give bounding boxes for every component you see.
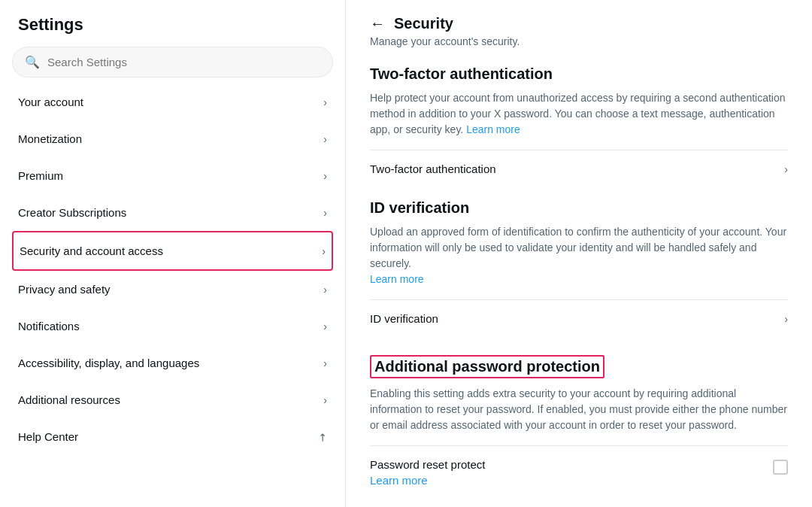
- sidebar-item-label-help-center: Help Center: [18, 430, 78, 443]
- content-title: Security: [394, 15, 453, 32]
- section-row-id-verification[interactable]: ID verification›: [370, 299, 788, 337]
- learn-more-link-id-verification[interactable]: Learn more: [370, 273, 424, 285]
- sidebar-item-label-accessibility-display-languages: Accessibility, display, and languages: [18, 357, 199, 369]
- sidebar-item-monetization[interactable]: Monetization›: [12, 120, 333, 157]
- content-header: ← Security: [370, 15, 788, 32]
- sidebar-item-creator-subscriptions[interactable]: Creator Subscriptions›: [12, 194, 333, 231]
- content-subtitle: Manage your account's security.: [370, 35, 788, 47]
- section-heading-two-factor-auth: Two-factor authentication: [370, 65, 788, 83]
- search-box[interactable]: 🔍: [12, 47, 333, 77]
- search-input[interactable]: [47, 56, 320, 68]
- sidebar-item-accessibility-display-languages[interactable]: Accessibility, display, and languages›: [12, 345, 333, 381]
- section-row-label-id-verification: ID verification: [370, 312, 438, 325]
- sidebar-item-label-additional-resources: Additional resources: [18, 393, 120, 406]
- section-additional-password-protection: Additional password protectionEnabling t…: [370, 349, 788, 493]
- sidebar-item-label-premium: Premium: [18, 169, 63, 182]
- section-row-label-two-factor-auth: Two-factor authentication: [370, 162, 496, 175]
- chevron-right-icon: ›: [323, 394, 327, 406]
- section-two-factor-auth: Two-factor authenticationHelp protect yo…: [370, 65, 788, 187]
- sidebar-item-label-security-account-access: Security and account access: [20, 244, 163, 257]
- sidebar-item-premium[interactable]: Premium›: [12, 157, 333, 194]
- sections-container: Two-factor authenticationHelp protect yo…: [370, 65, 788, 493]
- password-reset-label: Password reset protect: [370, 458, 764, 471]
- external-link-icon: ↗: [315, 430, 330, 445]
- chevron-right-icon: ›: [323, 133, 327, 145]
- password-reset-checkbox[interactable]: [773, 460, 788, 475]
- sidebar-item-additional-resources[interactable]: Additional resources›: [12, 381, 333, 418]
- sidebar-item-label-privacy-safety: Privacy and safety: [18, 283, 111, 296]
- chevron-right-icon: ›: [323, 170, 327, 182]
- chevron-right-icon: ›: [323, 320, 327, 332]
- main-content: ← Security Manage your account's securit…: [346, 0, 812, 507]
- chevron-right-icon: ›: [323, 207, 327, 219]
- chevron-right-icon: ›: [784, 163, 788, 175]
- sidebar-item-notifications[interactable]: Notifications›: [12, 308, 333, 345]
- settings-title: Settings: [12, 15, 333, 35]
- sidebar-item-label-notifications: Notifications: [18, 320, 80, 332]
- section-description-two-factor-auth: Help protect your account from unauthori…: [370, 90, 788, 138]
- section-description-additional-password-protection: Enabling this setting adds extra securit…: [370, 386, 788, 433]
- chevron-right-icon: ›: [323, 357, 327, 369]
- section-heading-id-verification: ID verification: [370, 199, 788, 217]
- back-button[interactable]: ←: [370, 15, 385, 32]
- chevron-right-icon: ›: [323, 284, 327, 296]
- chevron-right-icon: ›: [784, 313, 788, 325]
- section-description-id-verification: Upload an approved form of identificatio…: [370, 224, 788, 287]
- sidebar-item-label-creator-subscriptions: Creator Subscriptions: [18, 206, 126, 219]
- learn-more-link-two-factor[interactable]: Learn more: [466, 123, 520, 135]
- sidebar-item-security-account-access[interactable]: Security and account access›: [12, 231, 333, 271]
- chevron-right-icon: ›: [323, 96, 327, 108]
- sidebar-item-privacy-safety[interactable]: Privacy and safety›: [12, 271, 333, 308]
- section-heading-additional-password-protection: Additional password protection: [370, 355, 604, 378]
- section-id-verification: ID verificationUpload an approved form o…: [370, 199, 788, 337]
- password-reset-row[interactable]: Password reset protectLearn more: [370, 445, 788, 493]
- password-reset-info: Password reset protectLearn more: [370, 458, 764, 487]
- sidebar-item-help-center[interactable]: Help Center↗: [12, 418, 333, 455]
- sidebar-item-your-account[interactable]: Your account›: [12, 83, 333, 120]
- sidebar: Settings 🔍 Your account›Monetization›Pre…: [0, 0, 346, 507]
- learn-more-link-password[interactable]: Learn more: [370, 474, 428, 487]
- search-icon: 🔍: [25, 55, 40, 69]
- chevron-right-icon: ›: [322, 245, 326, 257]
- sidebar-nav: Your account›Monetization›Premium›Creato…: [12, 83, 333, 455]
- sidebar-item-label-your-account: Your account: [18, 96, 83, 108]
- section-row-two-factor-auth[interactable]: Two-factor authentication›: [370, 150, 788, 187]
- sidebar-item-label-monetization: Monetization: [18, 132, 82, 145]
